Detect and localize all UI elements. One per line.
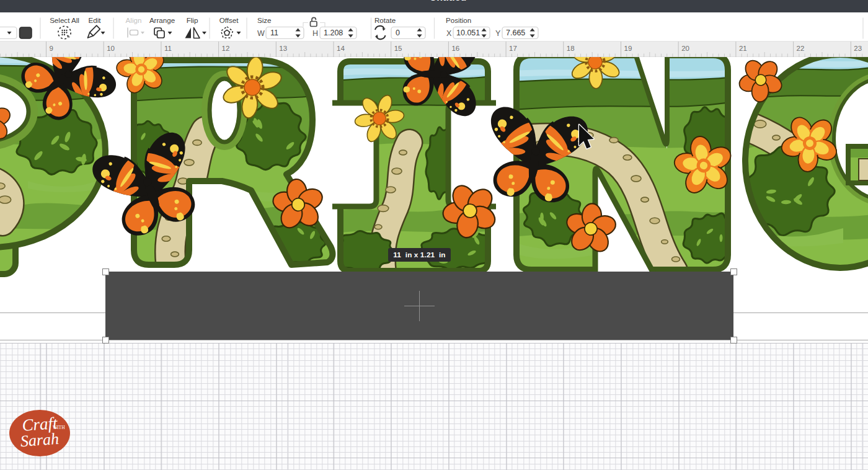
svg-text:Rotate: Rotate (374, 16, 396, 24)
svg-text:16: 16 (451, 45, 459, 52)
svg-text:20: 20 (681, 45, 689, 52)
svg-text:Flip: Flip (187, 16, 198, 24)
svg-text:Position: Position (446, 16, 471, 24)
svg-text:W: W (257, 29, 265, 37)
svg-text:10.051: 10.051 (456, 29, 480, 37)
svg-text:Align: Align (126, 16, 142, 24)
svg-text:Select All: Select All (50, 16, 79, 24)
svg-text:10: 10 (107, 45, 115, 52)
svg-text:7.665: 7.665 (506, 29, 525, 37)
svg-text:21: 21 (739, 45, 747, 52)
svg-text:Size: Size (257, 16, 272, 24)
svg-text:1.208: 1.208 (324, 29, 343, 37)
svg-text:15: 15 (394, 45, 402, 52)
svg-text:19: 19 (624, 45, 632, 52)
svg-text:12: 12 (222, 45, 230, 52)
svg-text:14: 14 (337, 45, 345, 52)
svg-text:22: 22 (797, 45, 805, 52)
svg-text:X: X (446, 29, 452, 37)
svg-text:Edit: Edit (89, 16, 102, 24)
svg-text:11: 11 (270, 29, 278, 37)
svg-text:11: 11 (164, 45, 172, 52)
svg-text:Y: Y (495, 29, 501, 37)
svg-text:Arrange: Arrange (149, 16, 175, 24)
svg-text:17: 17 (509, 45, 517, 52)
svg-text:23: 23 (854, 45, 862, 52)
svg-text:0: 0 (396, 29, 400, 37)
svg-text:9: 9 (50, 45, 53, 52)
svg-text:Offset: Offset (219, 16, 239, 24)
svg-text:18: 18 (567, 45, 575, 52)
svg-text:H: H (312, 29, 318, 37)
svg-text:13: 13 (279, 45, 287, 52)
